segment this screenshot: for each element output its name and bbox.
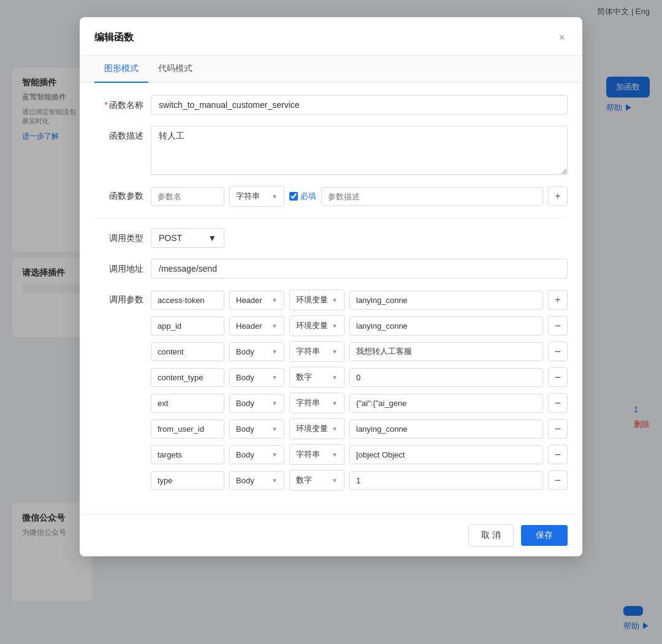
- chevron-icon: ▼: [272, 348, 278, 355]
- cp-source-select-0[interactable]: 环境变量▼: [289, 289, 344, 310]
- func-params-controls: 字符串 ▼ 必填 +: [151, 186, 568, 207]
- call-param-row-1: Header▼ 环境变量▼ −: [151, 315, 568, 336]
- cp-value-4[interactable]: [349, 394, 543, 413]
- remove-call-param-button-4[interactable]: −: [548, 393, 568, 413]
- call-param-row-2: Body▼ 字符串▼ −: [151, 341, 568, 362]
- form-divider: [94, 218, 568, 218]
- remove-call-param-button-6[interactable]: −: [548, 445, 568, 464]
- chevron-icon: ▼: [332, 426, 338, 432]
- param-type-select[interactable]: 字符串 ▼: [229, 186, 284, 207]
- call-param-row-4: Body▼ 字符串▼ −: [151, 393, 568, 413]
- call-params-list: Header▼ 环境变量▼ + Header▼ 环境变量▼: [151, 289, 568, 491]
- cp-value-0[interactable]: [349, 291, 543, 310]
- cp-name-0[interactable]: [151, 291, 224, 310]
- cp-source-select-7[interactable]: 数字▼: [289, 470, 344, 491]
- save-button[interactable]: 保存: [521, 525, 568, 546]
- func-name-label: *函数名称: [94, 95, 143, 111]
- cp-value-6[interactable]: [349, 445, 543, 464]
- cp-name-3[interactable]: [151, 368, 224, 387]
- cp-name-7[interactable]: [151, 471, 224, 490]
- func-params-row: 函数参数 字符串 ▼ 必填 +: [94, 186, 568, 207]
- func-desc-input[interactable]: 转人工: [151, 126, 568, 175]
- modal-header: 编辑函数 ×: [80, 17, 582, 56]
- call-params-label: 调用参数: [94, 289, 143, 305]
- cp-name-2[interactable]: [151, 342, 224, 361]
- remove-call-param-button-7[interactable]: −: [548, 470, 568, 490]
- cp-source-select-1[interactable]: 环境变量▼: [289, 315, 344, 336]
- cp-source-select-3[interactable]: 数字▼: [289, 367, 344, 388]
- remove-call-param-button-5[interactable]: −: [548, 419, 568, 439]
- call-param-row-5: Body▼ 环境变量▼ −: [151, 418, 568, 439]
- tab-graphic[interactable]: 图形模式: [94, 56, 148, 83]
- call-type-select[interactable]: POST ▼: [151, 228, 224, 248]
- func-params-label: 函数参数: [94, 186, 143, 202]
- chevron-icon: ▼: [272, 451, 278, 458]
- cp-value-5[interactable]: [349, 420, 543, 439]
- call-param-row-3: Body▼ 数字▼ −: [151, 367, 568, 388]
- chevron-icon: ▼: [332, 323, 338, 329]
- cancel-button[interactable]: 取 消: [468, 524, 514, 546]
- modal-title: 编辑函数: [94, 31, 134, 44]
- cp-name-4[interactable]: [151, 394, 224, 413]
- chevron-icon: ▼: [272, 477, 278, 484]
- call-type-label: 调用类型: [94, 228, 143, 244]
- cp-type-select-7[interactable]: Body▼: [229, 471, 284, 490]
- param-desc-input[interactable]: [321, 187, 543, 206]
- chevron-icon: ▼: [332, 477, 338, 484]
- cp-name-5[interactable]: [151, 420, 224, 439]
- cp-value-2[interactable]: [349, 342, 543, 361]
- func-name-input[interactable]: [151, 95, 568, 115]
- cp-name-1[interactable]: [151, 316, 224, 335]
- modal-tabs: 图形模式 代码模式: [80, 56, 582, 83]
- call-type-chevron-icon: ▼: [208, 233, 216, 243]
- call-url-row: 调用地址: [94, 259, 568, 278]
- call-param-row-0: Header▼ 环境变量▼ +: [151, 289, 568, 310]
- cp-source-select-5[interactable]: 环境变量▼: [289, 418, 344, 439]
- func-desc-row: 函数描述 转人工: [94, 126, 568, 175]
- chevron-icon: ▼: [332, 374, 338, 381]
- param-name-input[interactable]: [151, 187, 224, 206]
- chevron-icon: ▼: [272, 297, 278, 304]
- chevron-icon: ▼: [272, 426, 278, 432]
- func-name-row: *函数名称: [94, 95, 568, 115]
- remove-call-param-button-1[interactable]: −: [548, 316, 568, 335]
- param-required-checkbox[interactable]: [289, 192, 298, 201]
- cp-type-select-2[interactable]: Body▼: [229, 342, 284, 361]
- call-param-row-6: Body▼ 字符串▼ −: [151, 444, 568, 465]
- cp-value-3[interactable]: [349, 368, 543, 387]
- cp-type-select-0[interactable]: Header▼: [229, 291, 284, 310]
- modal-form-body: *函数名称 函数描述 转人工 函数参数 字符串 ▼ 必填: [80, 83, 582, 514]
- chevron-icon: ▼: [332, 348, 338, 355]
- call-params-row: 调用参数 Header▼ 环境变量▼ +: [94, 289, 568, 491]
- tab-code[interactable]: 代码模式: [148, 56, 202, 83]
- call-url-input[interactable]: [151, 259, 568, 278]
- cp-type-select-5[interactable]: Body▼: [229, 420, 284, 439]
- chevron-icon: ▼: [332, 297, 338, 304]
- remove-call-param-button-2[interactable]: −: [548, 342, 568, 361]
- cp-source-select-6[interactable]: 字符串▼: [289, 444, 344, 465]
- call-param-row-7: Body▼ 数字▼ −: [151, 470, 568, 491]
- call-url-label: 调用地址: [94, 259, 143, 275]
- required-star: *: [105, 100, 108, 110]
- modal-footer: 取 消 保存: [80, 514, 582, 556]
- func-desc-label: 函数描述: [94, 126, 143, 142]
- chevron-icon: ▼: [272, 374, 278, 381]
- modal-close-button[interactable]: ×: [556, 29, 568, 45]
- cp-name-6[interactable]: [151, 445, 224, 464]
- cp-source-select-2[interactable]: 字符串▼: [289, 341, 344, 362]
- param-required-checkbox-label[interactable]: 必填: [289, 191, 316, 202]
- cp-type-select-6[interactable]: Body▼: [229, 445, 284, 464]
- cp-value-7[interactable]: [349, 471, 543, 490]
- edit-function-modal: 编辑函数 × 图形模式 代码模式 *函数名称 函数描述 转人工 函数参数 字符串: [80, 17, 582, 556]
- cp-source-select-4[interactable]: 字符串▼: [289, 393, 344, 413]
- remove-call-param-button-3[interactable]: −: [548, 367, 568, 387]
- cp-type-select-3[interactable]: Body▼: [229, 368, 284, 387]
- add-call-param-button[interactable]: +: [548, 290, 568, 310]
- cp-value-1[interactable]: [349, 316, 543, 335]
- chevron-icon: ▼: [332, 400, 338, 407]
- cp-type-select-1[interactable]: Header▼: [229, 316, 284, 335]
- chevron-icon: ▼: [272, 400, 278, 407]
- chevron-down-icon: ▼: [272, 193, 278, 200]
- add-param-button[interactable]: +: [548, 186, 568, 206]
- cp-type-select-4[interactable]: Body▼: [229, 394, 284, 413]
